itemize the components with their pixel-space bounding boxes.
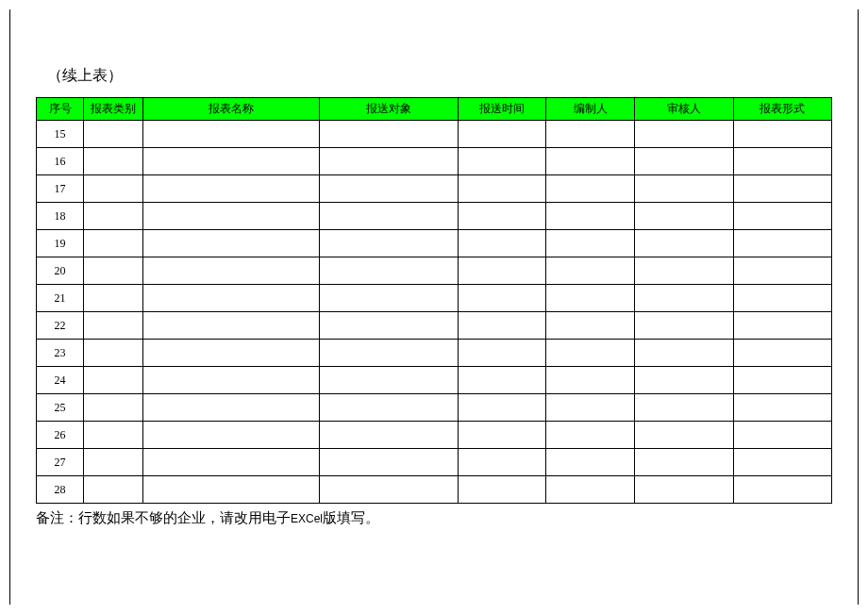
page-border bbox=[9, 9, 859, 605]
